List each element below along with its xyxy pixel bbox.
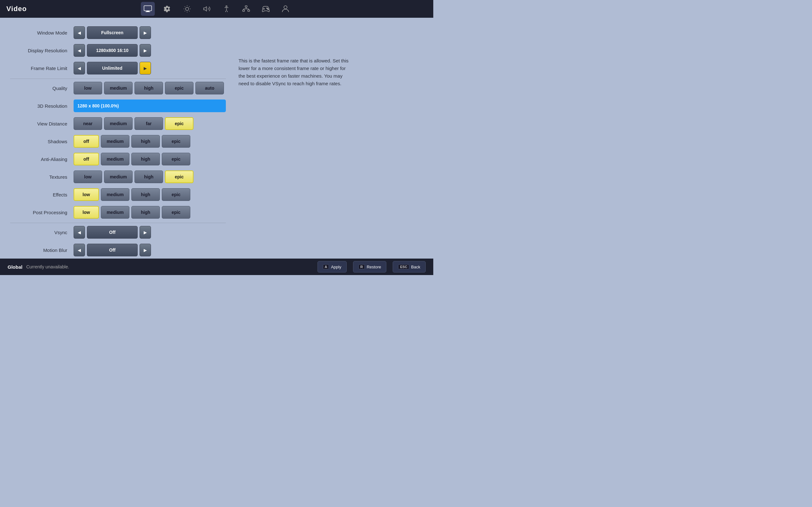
effects-epic[interactable]: epic bbox=[162, 188, 190, 201]
bottom-bar: Global Currently unavailable. A Apply R … bbox=[0, 259, 433, 275]
view-distance-far[interactable]: far bbox=[135, 117, 163, 130]
svg-point-23 bbox=[267, 8, 268, 9]
quality-low[interactable]: low bbox=[73, 82, 102, 95]
window-mode-value: Fullscreen bbox=[87, 26, 138, 39]
apply-label: Apply bbox=[331, 265, 341, 269]
post-processing-medium[interactable]: medium bbox=[101, 206, 130, 219]
window-mode-next[interactable]: ▶ bbox=[140, 26, 151, 39]
motion-blur-row: Motion Blur ◀ Off ▶ bbox=[10, 243, 226, 257]
effects-low[interactable]: low bbox=[73, 188, 99, 201]
display-resolution-next[interactable]: ▶ bbox=[140, 44, 151, 57]
window-mode-prev[interactable]: ◀ bbox=[73, 26, 85, 39]
main-content: Window Mode ◀ Fullscreen ▶ Display Resol… bbox=[0, 18, 433, 275]
restore-button[interactable]: R Restore bbox=[353, 261, 386, 273]
quality-auto[interactable]: auto bbox=[195, 82, 224, 95]
view-distance-near[interactable]: near bbox=[73, 117, 102, 130]
apply-key-badge: A bbox=[323, 264, 329, 269]
frame-rate-prev[interactable]: ◀ bbox=[73, 62, 85, 74]
anti-aliasing-controls: off medium high epic bbox=[73, 153, 226, 165]
anti-aliasing-off[interactable]: off bbox=[73, 153, 99, 165]
motion-blur-value: Off bbox=[87, 244, 138, 257]
post-processing-controls: low medium high epic bbox=[73, 206, 226, 219]
post-processing-high[interactable]: high bbox=[131, 206, 160, 219]
frame-rate-next[interactable]: ▶ bbox=[140, 62, 151, 74]
svg-line-10 bbox=[185, 11, 185, 11]
textures-low[interactable]: low bbox=[73, 170, 102, 183]
motion-blur-controls: ◀ Off ▶ bbox=[73, 244, 226, 257]
nav-controller[interactable] bbox=[259, 2, 273, 16]
quality-high[interactable]: high bbox=[135, 82, 163, 95]
effects-label: Effects bbox=[10, 192, 73, 198]
window-mode-label: Window Mode bbox=[10, 30, 73, 36]
shadows-medium[interactable]: medium bbox=[101, 135, 130, 148]
shadows-label: Shadows bbox=[10, 139, 73, 144]
svg-line-7 bbox=[189, 11, 189, 11]
post-processing-epic[interactable]: epic bbox=[162, 206, 190, 219]
view-distance-medium[interactable]: medium bbox=[104, 117, 133, 130]
resolution-3d-fill: 1280 x 800 (100.0%) bbox=[73, 100, 226, 112]
effects-high[interactable]: high bbox=[131, 188, 160, 201]
apply-button[interactable]: A Apply bbox=[317, 261, 347, 273]
quality-medium[interactable]: medium bbox=[104, 82, 133, 95]
quality-label: Quality bbox=[10, 86, 73, 91]
motion-blur-next[interactable]: ▶ bbox=[140, 244, 151, 257]
quality-row: Quality low medium high epic auto bbox=[10, 81, 226, 95]
global-label: Global bbox=[8, 264, 22, 270]
settings-panel: Window Mode ◀ Fullscreen ▶ Display Resol… bbox=[10, 25, 226, 275]
restore-label: Restore bbox=[367, 265, 381, 269]
effects-medium[interactable]: medium bbox=[101, 188, 130, 201]
svg-line-11 bbox=[189, 6, 189, 7]
nav-icon-group bbox=[141, 2, 293, 16]
post-processing-label: Post Processing bbox=[10, 210, 73, 215]
effects-row: Effects low medium high epic bbox=[10, 187, 226, 202]
textures-row: Textures low medium high epic bbox=[10, 170, 226, 184]
anti-aliasing-medium[interactable]: medium bbox=[101, 153, 130, 165]
motion-blur-prev[interactable]: ◀ bbox=[73, 244, 85, 257]
shadows-off[interactable]: off bbox=[73, 135, 99, 148]
shadows-high[interactable]: high bbox=[131, 135, 160, 148]
textures-epic[interactable]: epic bbox=[165, 170, 194, 183]
frame-rate-value: Unlimited bbox=[87, 62, 138, 74]
anti-aliasing-label: Anti-Aliasing bbox=[10, 157, 73, 162]
nav-settings[interactable] bbox=[160, 2, 174, 16]
svg-rect-0 bbox=[144, 6, 152, 11]
anti-aliasing-epic[interactable]: epic bbox=[162, 153, 190, 165]
back-label: Back bbox=[411, 265, 420, 269]
back-button[interactable]: ESC Back bbox=[393, 261, 426, 273]
vsync-label: Vsync bbox=[10, 230, 73, 235]
svg-rect-1 bbox=[147, 11, 149, 11]
window-mode-controls: ◀ Fullscreen ▶ bbox=[73, 26, 226, 39]
post-processing-low[interactable]: low bbox=[73, 206, 99, 219]
shadows-epic[interactable]: epic bbox=[162, 135, 190, 148]
nav-accessibility[interactable] bbox=[219, 2, 234, 16]
svg-rect-2 bbox=[146, 11, 150, 12]
shadows-controls: off medium high epic bbox=[73, 135, 226, 148]
anti-aliasing-high[interactable]: high bbox=[131, 153, 160, 165]
view-distance-controls: near medium far epic bbox=[73, 117, 226, 130]
display-resolution-prev[interactable]: ◀ bbox=[73, 44, 85, 57]
post-processing-row: Post Processing low medium high epic bbox=[10, 205, 226, 220]
textures-controls: low medium high epic bbox=[73, 170, 226, 183]
nav-brightness[interactable] bbox=[180, 2, 194, 16]
view-distance-epic[interactable]: epic bbox=[165, 117, 194, 130]
svg-point-24 bbox=[268, 9, 269, 10]
window-mode-row: Window Mode ◀ Fullscreen ▶ bbox=[10, 25, 226, 40]
vsync-next[interactable]: ▶ bbox=[140, 226, 151, 239]
svg-point-13 bbox=[226, 6, 227, 7]
svg-line-6 bbox=[185, 6, 185, 7]
quality-epic[interactable]: epic bbox=[165, 82, 194, 95]
resolution-3d-label: 3D Resolution bbox=[10, 103, 73, 109]
shadows-row: Shadows off medium high epic bbox=[10, 134, 226, 149]
nav-monitor[interactable] bbox=[141, 2, 155, 16]
svg-rect-14 bbox=[245, 6, 247, 7]
textures-high[interactable]: high bbox=[135, 170, 163, 183]
view-distance-label: View Distance bbox=[10, 121, 73, 126]
vsync-prev[interactable]: ◀ bbox=[73, 226, 85, 239]
nav-audio[interactable] bbox=[200, 2, 214, 16]
resolution-3d-bar[interactable]: 1280 x 800 (100.0%) bbox=[73, 100, 226, 112]
svg-marker-12 bbox=[204, 7, 206, 11]
nav-account[interactable] bbox=[278, 2, 293, 16]
motion-blur-label: Motion Blur bbox=[10, 247, 73, 253]
textures-medium[interactable]: medium bbox=[104, 170, 133, 183]
nav-network[interactable] bbox=[239, 2, 253, 16]
